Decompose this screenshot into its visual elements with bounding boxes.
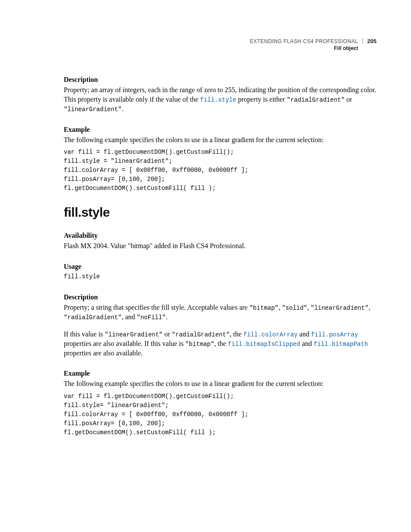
- description-block-2: Description Property; a string that spec…: [64, 293, 377, 358]
- link-fill-style[interactable]: fill.style: [200, 96, 236, 103]
- example-text: The following example specifies the colo…: [64, 135, 377, 145]
- text-fragment: .: [166, 313, 168, 320]
- availability-heading: Availability: [64, 232, 377, 240]
- example-text: The following example specifies the colo…: [64, 379, 377, 389]
- description-text: Property; an array of integers, each in …: [64, 85, 377, 113]
- page-number: 205: [362, 38, 377, 44]
- running-header: EXTENDING FLASH CS4 PROFESSIONAL Fill ob…: [64, 38, 377, 52]
- code-literal: "radialGradient": [287, 96, 345, 103]
- availability-block: Availability Flash MX 2004. Value "bitma…: [64, 232, 377, 251]
- code-literal: "radialGradient": [64, 314, 121, 321]
- text-fragment: , and: [121, 313, 137, 320]
- text-fragment: or: [163, 330, 172, 338]
- link-fill-bitmapisclipped[interactable]: fill.bitmapIsClipped: [228, 341, 300, 348]
- example-heading: Example: [64, 126, 377, 134]
- text-fragment: or: [345, 96, 352, 103]
- text-fragment: ,: [307, 304, 311, 311]
- text-fragment: properties are also available.: [64, 349, 143, 357]
- text-fragment: .: [121, 105, 123, 112]
- usage-block: Usage fill.style: [64, 263, 377, 281]
- link-fill-colorarray[interactable]: fill.colorArray: [243, 331, 298, 338]
- text-fragment: Property; a string that specifies the fi…: [64, 304, 249, 311]
- text-fragment: , the: [214, 340, 228, 347]
- description-text-2: If this value is "linearGradient" or "ra…: [64, 330, 377, 358]
- code-literal: "linearGradient": [64, 106, 121, 113]
- code-literal: "noFill": [137, 314, 166, 321]
- code-sample: var fill = fl.getDocumentDOM().getCustom…: [64, 148, 377, 193]
- example-block-2: Example The following example specifies …: [64, 370, 377, 437]
- description-text: Property; a string that specifies the fi…: [64, 303, 377, 322]
- code-literal: "linearGradient": [105, 331, 162, 338]
- usage-heading: Usage: [64, 263, 377, 271]
- api-title: fill.style: [64, 205, 377, 220]
- code-literal: "radialGradient": [172, 331, 230, 338]
- text-fragment: and: [300, 340, 314, 347]
- description-block: Description Property; an array of intege…: [64, 76, 377, 113]
- availability-text: Flash MX 2004. Value "bitmap" added in F…: [64, 241, 377, 251]
- text-fragment: ,: [278, 304, 282, 311]
- description-heading: Description: [64, 76, 377, 84]
- usage-code: fill.style: [64, 272, 377, 281]
- link-fill-posarray[interactable]: fill.posArray: [311, 331, 358, 338]
- text-fragment: ,: [368, 304, 370, 311]
- code-literal: "bitmap": [249, 305, 278, 311]
- text-fragment: properties are also available. If this v…: [64, 340, 185, 347]
- doc-title: EXTENDING FLASH CS4 PROFESSIONAL: [250, 38, 358, 45]
- code-literal: "linearGradient": [311, 305, 368, 311]
- link-fill-bitmappath[interactable]: fill.bitmapPath: [314, 341, 368, 348]
- description-heading: Description: [64, 293, 377, 301]
- text-fragment: property is either: [236, 96, 286, 103]
- section-name: Fill object: [250, 45, 358, 52]
- code-literal: "bitmap": [185, 341, 214, 348]
- text-fragment: and: [298, 330, 311, 338]
- code-literal: "solid": [282, 305, 307, 311]
- text-fragment: , the: [230, 330, 243, 338]
- text-fragment: If this value is: [64, 330, 105, 338]
- code-sample: var fill = fl.getDocumentDOM().getCustom…: [64, 392, 377, 437]
- page: EXTENDING FLASH CS4 PROFESSIONAL Fill ob…: [0, 0, 411, 475]
- example-heading: Example: [64, 370, 377, 377]
- example-block: Example The following example specifies …: [64, 126, 377, 193]
- running-header-text: EXTENDING FLASH CS4 PROFESSIONAL Fill ob…: [250, 38, 362, 52]
